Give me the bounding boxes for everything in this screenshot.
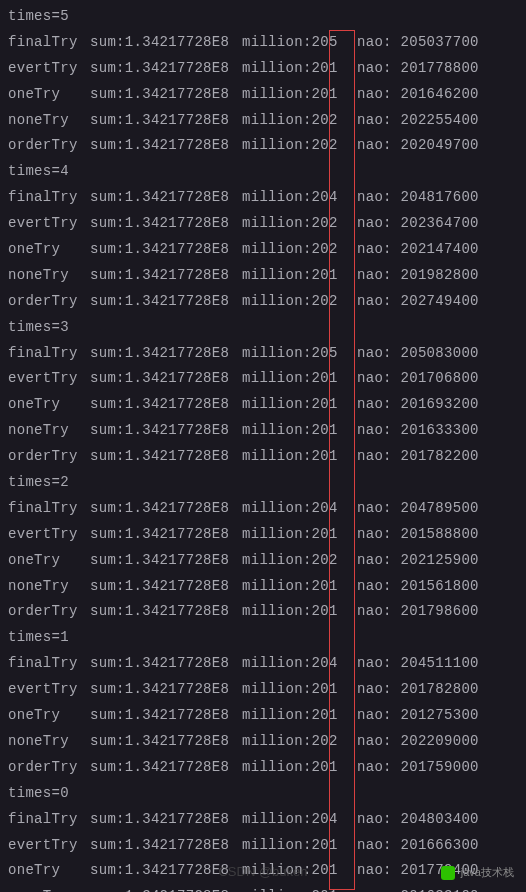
col-million: million:201 bbox=[242, 755, 357, 781]
log-row: orderTrysum:1.34217728E8million:201nao: … bbox=[8, 755, 518, 781]
col-nao: nao: 202147400 bbox=[357, 237, 479, 263]
col-name: oneTry bbox=[8, 392, 90, 418]
col-sum: sum:1.34217728E8 bbox=[90, 444, 242, 470]
col-million: million:201 bbox=[242, 392, 357, 418]
col-million: million:201 bbox=[242, 884, 357, 892]
log-row: noneTrysum:1.34217728E8million:202nao: 2… bbox=[8, 108, 518, 134]
log-row: oneTrysum:1.34217728E8million:201nao: 20… bbox=[8, 703, 518, 729]
col-million: million:204 bbox=[242, 185, 357, 211]
col-million: million:201 bbox=[242, 418, 357, 444]
col-million: million:201 bbox=[242, 833, 357, 859]
col-nao: nao: 202209000 bbox=[357, 729, 479, 755]
col-name: orderTry bbox=[8, 133, 90, 159]
col-name: orderTry bbox=[8, 755, 90, 781]
wechat-watermark: java技术栈 bbox=[441, 862, 514, 882]
col-million: million:202 bbox=[242, 211, 357, 237]
console-output: times=5finalTrysum:1.34217728E8million:2… bbox=[0, 0, 526, 892]
col-name: finalTry bbox=[8, 341, 90, 367]
col-name: evertTry bbox=[8, 366, 90, 392]
col-name: evertTry bbox=[8, 833, 90, 859]
col-million: million:201 bbox=[242, 703, 357, 729]
col-million: million:201 bbox=[242, 56, 357, 82]
col-sum: sum:1.34217728E8 bbox=[90, 703, 242, 729]
col-name: oneTry bbox=[8, 703, 90, 729]
col-sum: sum:1.34217728E8 bbox=[90, 677, 242, 703]
col-nao: nao: 201798600 bbox=[357, 599, 479, 625]
col-nao: nao: 201588800 bbox=[357, 522, 479, 548]
col-sum: sum:1.34217728E8 bbox=[90, 548, 242, 574]
col-million: million:202 bbox=[242, 237, 357, 263]
col-nao: nao: 204803400 bbox=[357, 807, 479, 833]
col-million: million:201 bbox=[242, 366, 357, 392]
col-name: finalTry bbox=[8, 496, 90, 522]
col-sum: sum:1.34217728E8 bbox=[90, 341, 242, 367]
col-name: evertTry bbox=[8, 522, 90, 548]
col-sum: sum:1.34217728E8 bbox=[90, 108, 242, 134]
col-million: million:202 bbox=[242, 133, 357, 159]
log-row: evertTrysum:1.34217728E8million:202nao: … bbox=[8, 211, 518, 237]
col-sum: sum:1.34217728E8 bbox=[90, 366, 242, 392]
col-nao: nao: 202125900 bbox=[357, 548, 479, 574]
col-nao: nao: 202049700 bbox=[357, 133, 479, 159]
col-nao: nao: 202255400 bbox=[357, 108, 479, 134]
col-million: million:202 bbox=[242, 289, 357, 315]
log-row: noneTrysum:1.34217728E8million:201nao: 2… bbox=[8, 418, 518, 444]
log-row: oneTrysum:1.34217728E8million:202nao: 20… bbox=[8, 237, 518, 263]
log-row: evertTrysum:1.34217728E8million:201nao: … bbox=[8, 833, 518, 859]
col-million: million:204 bbox=[242, 807, 357, 833]
col-name: orderTry bbox=[8, 599, 90, 625]
col-name: evertTry bbox=[8, 56, 90, 82]
times-label: times=2 bbox=[8, 470, 518, 496]
col-million: million:202 bbox=[242, 548, 357, 574]
col-nao: nao: 201778800 bbox=[357, 56, 479, 82]
col-million: million:202 bbox=[242, 108, 357, 134]
col-name: orderTry bbox=[8, 289, 90, 315]
col-sum: sum:1.34217728E8 bbox=[90, 133, 242, 159]
col-sum: sum:1.34217728E8 bbox=[90, 833, 242, 859]
col-name: oneTry bbox=[8, 82, 90, 108]
col-million: million:201 bbox=[242, 263, 357, 289]
col-nao: nao: 201633100 bbox=[357, 884, 479, 892]
log-row: finalTrysum:1.34217728E8million:205nao: … bbox=[8, 341, 518, 367]
times-label: times=5 bbox=[8, 4, 518, 30]
col-nao: nao: 201782200 bbox=[357, 444, 479, 470]
col-nao: nao: 204511100 bbox=[357, 651, 479, 677]
col-nao: nao: 204817600 bbox=[357, 185, 479, 211]
col-million: million:201 bbox=[242, 82, 357, 108]
log-row: orderTrysum:1.34217728E8million:202nao: … bbox=[8, 289, 518, 315]
col-name: oneTry bbox=[8, 548, 90, 574]
col-sum: sum:1.34217728E8 bbox=[90, 392, 242, 418]
col-million: million:201 bbox=[242, 677, 357, 703]
col-nao: nao: 201706800 bbox=[357, 366, 479, 392]
col-name: evertTry bbox=[8, 677, 90, 703]
log-row: noneTrysum:1.34217728E8million:202nao: 2… bbox=[8, 729, 518, 755]
log-row: noneTrysum:1.34217728E8million:201nao: 2… bbox=[8, 263, 518, 289]
col-name: noneTry bbox=[8, 574, 90, 600]
col-nao: nao: 201633300 bbox=[357, 418, 479, 444]
col-name: finalTry bbox=[8, 807, 90, 833]
col-sum: sum:1.34217728E8 bbox=[90, 807, 242, 833]
log-row: evertTrysum:1.34217728E8million:201nao: … bbox=[8, 677, 518, 703]
times-label: times=0 bbox=[8, 781, 518, 807]
log-row: orderTrysum:1.34217728E8million:201nao: … bbox=[8, 444, 518, 470]
col-sum: sum:1.34217728E8 bbox=[90, 56, 242, 82]
wechat-icon bbox=[441, 866, 455, 880]
col-name: noneTry bbox=[8, 729, 90, 755]
log-row: finalTrysum:1.34217728E8million:204nao: … bbox=[8, 651, 518, 677]
col-million: million:202 bbox=[242, 729, 357, 755]
col-name: oneTry bbox=[8, 237, 90, 263]
col-sum: sum:1.34217728E8 bbox=[90, 755, 242, 781]
log-row: finalTrysum:1.34217728E8million:204nao: … bbox=[8, 496, 518, 522]
log-row: oneTrysum:1.34217728E8million:202nao: 20… bbox=[8, 548, 518, 574]
col-nao: nao: 204789500 bbox=[357, 496, 479, 522]
col-million: million:205 bbox=[242, 30, 357, 56]
col-million: million:205 bbox=[242, 341, 357, 367]
col-sum: sum:1.34217728E8 bbox=[90, 263, 242, 289]
col-sum: sum:1.34217728E8 bbox=[90, 418, 242, 444]
times-label: times=3 bbox=[8, 315, 518, 341]
col-nao: nao: 201646200 bbox=[357, 82, 479, 108]
col-name: evertTry bbox=[8, 211, 90, 237]
col-sum: sum:1.34217728E8 bbox=[90, 599, 242, 625]
col-million: million:201 bbox=[242, 522, 357, 548]
col-sum: sum:1.34217728E8 bbox=[90, 522, 242, 548]
